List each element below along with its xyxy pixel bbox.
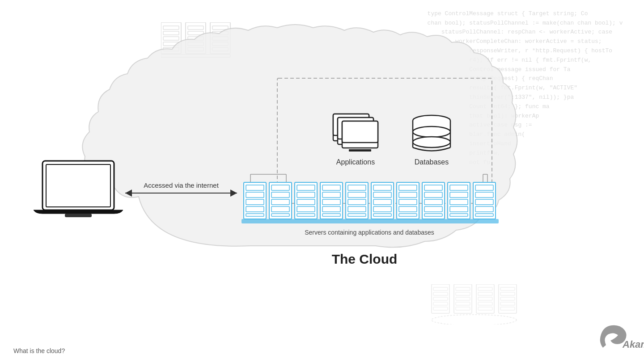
svg-text:Applications: Applications bbox=[336, 158, 375, 166]
svg-rect-58 bbox=[342, 121, 378, 143]
svg-rect-59 bbox=[349, 149, 371, 152]
svg-text:Akamai: Akamai bbox=[622, 339, 644, 350]
svg-point-66 bbox=[413, 137, 450, 147]
svg-rect-135 bbox=[242, 219, 499, 223]
svg-text:What is the cloud?: What is the cloud? bbox=[13, 347, 65, 354]
svg-rect-69 bbox=[46, 164, 110, 207]
svg-text:Databases: Databases bbox=[415, 158, 449, 166]
svg-text:Servers containing application: Servers containing applications and data… bbox=[305, 229, 434, 236]
main-diagram: Applications Databases Accessed via the … bbox=[0, 0, 644, 362]
svg-text:The Cloud: The Cloud bbox=[332, 252, 398, 266]
svg-rect-70 bbox=[65, 214, 92, 217]
svg-point-65 bbox=[413, 126, 450, 137]
svg-text:Accessed via the internet: Accessed via the internet bbox=[144, 181, 219, 189]
